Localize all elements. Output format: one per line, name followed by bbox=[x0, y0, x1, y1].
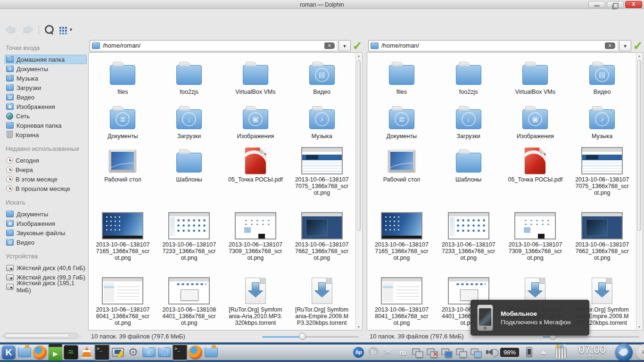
url-dropdown-button[interactable]: ▼ bbox=[339, 40, 351, 51]
file-item[interactable]: ▤ Видео bbox=[569, 54, 636, 98]
scroll-down-icon[interactable]: ▼ bbox=[356, 325, 362, 329]
file-item[interactable]: ≣ Документы bbox=[90, 98, 156, 141]
minimize-button[interactable] bbox=[588, 1, 605, 8]
vertical-scrollbar[interactable]: ▲ ▼ bbox=[636, 53, 642, 329]
tray-icon[interactable] bbox=[441, 347, 452, 357]
launcher-icon[interactable] bbox=[17, 345, 32, 360]
task-icon[interactable]: ↓ bbox=[157, 345, 172, 360]
tray-expand-icon[interactable] bbox=[538, 346, 549, 358]
file-item[interactable]: 2013-10-06--1381077165_1366x768_scrot.pn… bbox=[368, 206, 435, 272]
sidebar-scrollbar[interactable]: ‹ › bbox=[1, 332, 81, 340]
maximize-button[interactable] bbox=[607, 1, 624, 8]
tray-icon[interactable] bbox=[353, 346, 364, 358]
file-item[interactable]: [RuTor.Org] Symfomania-Empire.2009.MP3.3… bbox=[289, 272, 355, 330]
file-item[interactable]: ♪ Музыка bbox=[289, 98, 355, 141]
view-mode-button[interactable]: ▼ bbox=[59, 26, 73, 33]
vertical-scrollbar[interactable]: ▲ ▼ bbox=[355, 53, 362, 329]
kde-cashew-icon[interactable] bbox=[615, 344, 633, 361]
url-dropdown-button[interactable]: ▼ bbox=[619, 40, 631, 51]
launcher-icon[interactable] bbox=[94, 345, 110, 360]
apply-check-icon[interactable]: ✓ bbox=[633, 41, 643, 50]
file-item[interactable]: files bbox=[368, 54, 435, 98]
notification-popup[interactable]: Мобильное Подключено к Мегафон bbox=[471, 300, 589, 336]
tray-icon[interactable] bbox=[382, 346, 394, 358]
file-item[interactable]: 2013-10-06--1381077075_1366x768_scrot.pn… bbox=[569, 141, 636, 206]
sidebar-item[interactable]: Документы bbox=[5, 209, 87, 219]
file-item[interactable]: ▣ Изображения bbox=[223, 98, 289, 141]
launcher-icon[interactable] bbox=[125, 345, 141, 360]
scroll-up-icon[interactable]: ▲ bbox=[636, 54, 642, 58]
sidebar-item[interactable]: Сеть bbox=[5, 111, 87, 121]
menu-item[interactable] bbox=[8, 8, 23, 23]
file-item[interactable]: Рабочий стол bbox=[90, 141, 156, 206]
file-item[interactable]: ▣ Изображения bbox=[502, 98, 569, 141]
tray-icon[interactable] bbox=[412, 347, 423, 357]
sidebar-item[interactable]: Корневая папка bbox=[5, 121, 87, 130]
file-item[interactable]: VirtualBox VMs bbox=[223, 54, 289, 98]
phone-tray-icon[interactable] bbox=[523, 346, 535, 358]
file-item[interactable]: 2013-10-06--1381078041_1366x768_scrot.pn… bbox=[368, 272, 435, 330]
tray-icon[interactable] bbox=[485, 346, 496, 358]
file-item[interactable]: 2013-10-06--1381077309_1366x768_scrot.pn… bbox=[502, 206, 569, 272]
apply-check-icon[interactable]: ✓ bbox=[353, 41, 362, 50]
file-item[interactable]: ▤ Видео bbox=[289, 54, 355, 98]
menu-item[interactable] bbox=[63, 8, 79, 23]
file-item[interactable]: foo2zjs bbox=[435, 54, 502, 98]
file-item[interactable]: 2013-10-06--1381077233_1366x768_scrot.pn… bbox=[435, 206, 502, 272]
file-item[interactable]: Шаблоны bbox=[156, 141, 223, 206]
close-button[interactable] bbox=[625, 1, 642, 8]
launcher-icon[interactable] bbox=[1, 345, 17, 360]
sidebar-item[interactable]: В этом месяце bbox=[5, 174, 87, 184]
zoom-slider[interactable] bbox=[262, 333, 359, 340]
file-item[interactable]: Шаблоны bbox=[435, 141, 502, 206]
file-item[interactable]: ≣ Документы bbox=[368, 98, 435, 141]
file-item[interactable]: 2013-10-06--1381077233_1366x768_scrot.pn… bbox=[156, 206, 223, 272]
sidebar-item[interactable]: Жёсткий диск (40,6 ГиБ) bbox=[5, 263, 87, 272]
file-item[interactable]: ♪ Музыка bbox=[569, 98, 636, 141]
clear-url-icon[interactable] bbox=[324, 42, 335, 49]
menu-item[interactable] bbox=[174, 8, 190, 23]
sidebar-item[interactable]: ≣ Документы bbox=[5, 64, 87, 74]
task-icon[interactable]: ≣ bbox=[141, 345, 157, 360]
launcher-icon[interactable] bbox=[79, 345, 94, 360]
file-item[interactable]: [RuTor.Org] Symfomania-Aria.2010.MP3.320… bbox=[223, 272, 289, 330]
file-item[interactable]: 2013-10-06--1381077165_1366x768_scrot.pn… bbox=[90, 206, 156, 272]
sidebar-item[interactable]: В прошлом месяце bbox=[5, 184, 87, 193]
sidebar-item[interactable]: ♪ Звуковые файлы bbox=[5, 228, 87, 238]
menu-item[interactable] bbox=[35, 8, 51, 23]
task-icon[interactable] bbox=[203, 345, 219, 360]
file-item[interactable]: Рабочий стол bbox=[368, 141, 435, 206]
sidebar-item[interactable]: ▤ Видео bbox=[5, 92, 87, 102]
sidebar-item[interactable]: Сегодня bbox=[5, 156, 87, 165]
file-item[interactable]: ↓ Загрузки bbox=[156, 98, 223, 141]
file-item[interactable]: 05_Точка РОСЫ.pdf bbox=[502, 141, 569, 206]
launcher-icon[interactable] bbox=[32, 345, 48, 360]
forward-icon[interactable] bbox=[22, 25, 34, 34]
panel-toolbox-icon[interactable]: ≡ bbox=[636, 344, 644, 360]
task-icon[interactable] bbox=[172, 345, 188, 360]
sidebar-item[interactable]: Жёсткий диск (195,1 МиБ) bbox=[5, 282, 87, 291]
file-item[interactable]: 2013-10-06--1381077662_1366x768_scrot.pn… bbox=[289, 206, 355, 272]
sidebar-item[interactable]: ↓ Загрузки bbox=[5, 83, 87, 92]
file-item[interactable]: 2013-10-06--1381078041_1366x768_scrot.pn… bbox=[90, 272, 156, 330]
tray-icon[interactable] bbox=[470, 347, 481, 357]
tray-icon[interactable] bbox=[455, 347, 467, 357]
tray-icon[interactable] bbox=[397, 346, 408, 358]
url-input[interactable]: /home/roman/ bbox=[368, 40, 617, 51]
search-icon[interactable] bbox=[44, 25, 54, 35]
sidebar-item[interactable]: ▣ Изображения bbox=[5, 102, 87, 111]
launcher-icon[interactable] bbox=[48, 345, 63, 360]
sidebar-item[interactable]: ⌂ Домашняя папка bbox=[5, 55, 87, 64]
sidebar-item[interactable]: Корзина bbox=[5, 130, 87, 140]
launcher-icon[interactable] bbox=[110, 345, 125, 360]
scroll-left-icon[interactable]: ‹ bbox=[1, 334, 3, 338]
clock-widget[interactable]: 07:00 7/10 bbox=[574, 344, 611, 360]
sidebar-item[interactable]: ▤ Видео bbox=[5, 238, 87, 247]
scrollbar-thumb[interactable] bbox=[357, 60, 361, 231]
menu-item[interactable] bbox=[91, 8, 107, 23]
file-item[interactable]: ↓ Загрузки bbox=[435, 98, 502, 141]
file-item[interactable]: VirtualBox VMs bbox=[502, 54, 569, 98]
menu-item[interactable] bbox=[119, 8, 134, 23]
scroll-down-icon[interactable]: ▼ bbox=[636, 325, 642, 329]
scrollbar-thumb[interactable] bbox=[5, 334, 69, 338]
